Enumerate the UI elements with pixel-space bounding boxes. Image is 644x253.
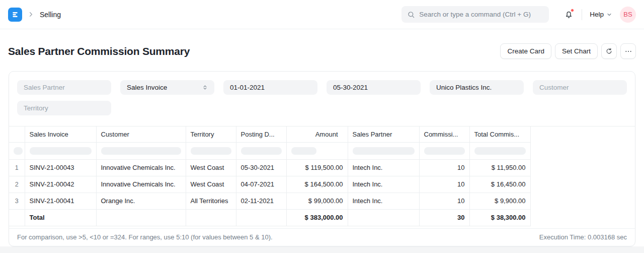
navbar-divider (582, 9, 582, 20)
cell-customer[interactable]: Innovative Chemicals Inc. (96, 176, 186, 193)
report-filters: Sales Invoice (9, 72, 635, 126)
filter-cell[interactable] (9, 142, 25, 159)
notifications-button[interactable] (562, 8, 575, 21)
from-date-input[interactable] (223, 80, 317, 95)
row-number: 2 (9, 176, 25, 193)
cell-commission[interactable]: 10 (419, 176, 469, 193)
doctype-select[interactable]: Sales Invoice (120, 80, 214, 95)
help-menu-button[interactable]: Help (589, 9, 613, 20)
navbar-right: Help BS (562, 7, 636, 23)
create-card-button[interactable]: Create Card (500, 43, 551, 59)
column-header-amount[interactable]: Amount (286, 126, 348, 142)
cell-sales-invoice[interactable]: SINV-21-00041 (25, 193, 96, 209)
row-number: 1 (9, 159, 25, 176)
total-territory (186, 209, 236, 226)
cell-amount[interactable]: $ 119,500.00 (286, 159, 348, 176)
cell-sales-partner[interactable]: Intech Inc. (348, 193, 419, 209)
filter-cell[interactable] (419, 142, 469, 159)
breadcrumb: Selling (8, 8, 61, 22)
territory-input[interactable] (17, 101, 111, 115)
filter-cell[interactable] (286, 142, 348, 159)
customer-input[interactable] (533, 80, 627, 95)
filter-cell[interactable] (25, 142, 96, 159)
table-row: 3 SINV-21-00041 Orange Inc. All Territor… (9, 193, 530, 209)
erpnext-logo-icon (11, 11, 19, 19)
company-filter (430, 80, 524, 95)
total-commission: 30 (419, 209, 469, 226)
filter-row-2 (17, 101, 627, 115)
filter-cell[interactable] (348, 142, 419, 159)
cell-amount[interactable]: $ 99,000.00 (286, 193, 348, 209)
column-header-posting-date[interactable]: Posting D... (236, 126, 286, 142)
cell-total-commission[interactable]: $ 11,950.00 (469, 159, 530, 176)
cell-posting-date[interactable]: 05-30-2021 (236, 159, 286, 176)
cell-commission[interactable]: 10 (419, 159, 469, 176)
breadcrumb-selling-link[interactable]: Selling (40, 11, 61, 19)
row-number-header (9, 126, 25, 142)
total-customer (96, 209, 186, 226)
cell-customer[interactable]: Innovative Chemicals Inc. (96, 159, 186, 176)
column-header-commission[interactable]: Commissi... (419, 126, 469, 142)
cell-sales-invoice[interactable]: SINV-21-00043 (25, 159, 96, 176)
column-header-total-commission[interactable]: Total Commis... (469, 126, 530, 142)
page-title: Sales Partner Commission Summary (8, 45, 190, 57)
table-row: 2 SINV-21-00042 Innovative Chemicals Inc… (9, 176, 530, 193)
company-input[interactable] (430, 80, 524, 95)
report-card: Sales Invoice (9, 71, 635, 246)
cell-sales-invoice[interactable]: SINV-21-00042 (25, 176, 96, 193)
app-logo[interactable] (8, 8, 22, 22)
filter-hint-text: For comparison, use >5, <10 or =324. For… (17, 233, 273, 241)
report-datatable: Sales Invoice Customer Territory Posting… (9, 126, 635, 226)
filter-cell[interactable] (236, 142, 286, 159)
from-date-filter (223, 80, 317, 95)
select-updown-icon (202, 85, 208, 90)
cell-commission[interactable]: 10 (419, 193, 469, 209)
table-row: 1 SINV-21-00043 Innovative Chemicals Inc… (9, 159, 530, 176)
cell-posting-date[interactable]: 02-11-2021 (236, 193, 286, 209)
page-content: Sales Partner Commission Summary Create … (0, 29, 644, 246)
doctype-filter: Sales Invoice (120, 80, 214, 95)
cell-territory[interactable]: All Territories (186, 193, 236, 209)
to-date-filter (327, 80, 421, 95)
page-header: Sales Partner Commission Summary Create … (0, 29, 644, 71)
column-header-sales-partner[interactable]: Sales Partner (348, 126, 419, 142)
cell-customer[interactable]: Orange Inc. (96, 193, 186, 209)
total-total-commission: $ 38,300.00 (469, 209, 530, 226)
cell-posting-date[interactable]: 04-07-2021 (236, 176, 286, 193)
filter-cell[interactable] (96, 142, 186, 159)
search-placeholder: Search or type a command (Ctrl + G) (419, 11, 531, 18)
table-total-row: Total $ 383,000.00 30 $ 38,300.00 (9, 209, 530, 226)
cell-territory[interactable]: West Coast (186, 159, 236, 176)
more-menu-button[interactable] (620, 43, 636, 59)
refresh-button[interactable] (601, 43, 617, 59)
help-label: Help (590, 11, 604, 18)
row-number: 3 (9, 193, 25, 209)
sales-partner-filter (17, 80, 111, 95)
cell-total-commission[interactable]: $ 9,900.00 (469, 193, 530, 209)
total-amount: $ 383,000.00 (286, 209, 348, 226)
table-filter-row (9, 142, 530, 159)
cell-total-commission[interactable]: $ 16,450.00 (469, 176, 530, 193)
page-actions: Create Card Set Chart (500, 43, 636, 59)
sales-partner-input[interactable] (17, 80, 111, 95)
user-avatar[interactable]: BS (620, 7, 636, 23)
filter-cell[interactable] (469, 142, 530, 159)
execution-time: Execution Time: 0.003168 sec (539, 233, 627, 241)
column-header-customer[interactable]: Customer (96, 126, 186, 142)
ellipsis-icon (624, 47, 632, 55)
global-search-input[interactable]: Search or type a command (Ctrl + G) (401, 6, 549, 23)
column-header-sales-invoice[interactable]: Sales Invoice (25, 126, 96, 142)
customer-filter (533, 80, 627, 95)
set-chart-button[interactable]: Set Chart (555, 43, 598, 59)
cell-sales-partner[interactable]: Intech Inc. (348, 176, 419, 193)
column-header-territory[interactable]: Territory (186, 126, 236, 142)
search-icon (407, 11, 415, 19)
refresh-icon (605, 47, 613, 55)
cell-territory[interactable]: West Coast (186, 176, 236, 193)
report-footer: For comparison, use >5, <10 or =324. For… (9, 228, 635, 246)
cell-sales-partner[interactable]: Intech Inc. (348, 159, 419, 176)
total-posting-date (236, 209, 286, 226)
to-date-input[interactable] (327, 80, 421, 95)
filter-cell[interactable] (186, 142, 236, 159)
cell-amount[interactable]: $ 164,500.00 (286, 176, 348, 193)
